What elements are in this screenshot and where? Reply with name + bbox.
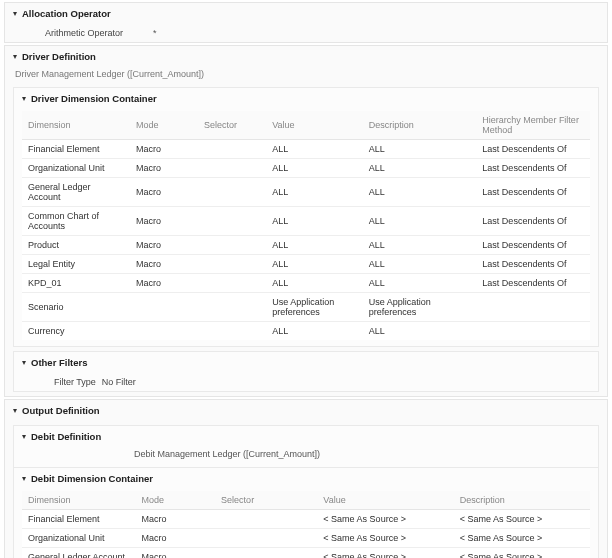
cell-hmfm: Last Descendents Of [476,274,590,293]
table-row[interactable]: General Ledger AccountMacro< Same As Sou… [22,548,590,559]
cell-dimension: Currency [22,322,130,341]
driver-dimension-container-header[interactable]: ▾ Driver Dimension Container [14,88,598,109]
debit-definition-subtext: Debit Management Ledger ([Current_Amount… [14,447,598,463]
cell-selector [198,140,266,159]
col-description[interactable]: Description [363,111,477,140]
chevron-down-icon: ▾ [22,94,26,103]
cell-hmfm: Last Descendents Of [476,178,590,207]
table-row[interactable]: ProductMacroALLALLLast Descendents Of [22,236,590,255]
driver-dimension-container: ▾ Driver Dimension Container Dimension M… [13,87,599,347]
cell-hmfm [476,293,590,322]
cell-value: ALL [266,236,363,255]
cell-dimension: Product [22,236,130,255]
cell-value: Use Application preferences [266,293,363,322]
table-row[interactable]: Organizational UnitMacroALLALLLast Desce… [22,159,590,178]
cell-selector [215,548,317,559]
cell-selector [198,159,266,178]
cell-selector [198,274,266,293]
allocation-operator-header[interactable]: ▾ Allocation Operator [5,3,607,24]
table-row[interactable]: ScenarioUse Application preferencesUse A… [22,293,590,322]
cell-value: ALL [266,255,363,274]
table-row[interactable]: Legal EntityMacroALLALLLast Descendents … [22,255,590,274]
col-selector[interactable]: Selector [215,491,317,510]
cell-dimension: Legal Entity [22,255,130,274]
debit-dimension-container: ▾ Debit Dimension Container Dimension Mo… [14,467,598,558]
cell-selector [198,207,266,236]
col-hmfm[interactable]: Hierarchy Member Filter Method [476,111,590,140]
filter-type-value: No Filter [102,377,136,387]
cell-value: < Same As Source > [317,510,453,529]
chevron-down-icon: ▾ [13,406,17,415]
cell-value: ALL [266,178,363,207]
cell-value: ALL [266,159,363,178]
cell-description: Use Application preferences [363,293,477,322]
other-filters-title: Other Filters [31,357,88,368]
cell-dimension: Common Chart of Accounts [22,207,130,236]
col-dimension[interactable]: Dimension [22,111,130,140]
cell-value: < Same As Source > [317,529,453,548]
cell-selector [198,293,266,322]
debit-dimension-table: Dimension Mode Selector Value Descriptio… [22,491,590,558]
cell-description: ALL [363,159,477,178]
col-mode[interactable]: Mode [136,491,216,510]
cell-description: ALL [363,274,477,293]
table-row[interactable]: CurrencyALLALL [22,322,590,341]
other-filters-row: Filter Type No Filter [14,373,598,391]
arithmetic-operator-label: Arithmetic Operator [45,28,123,38]
output-definition-section: ▾ Output Definition ▾ Debit Definition D… [4,399,608,558]
table-row[interactable]: Financial ElementMacroALLALLLast Descend… [22,140,590,159]
cell-selector [198,236,266,255]
debit-definition-header[interactable]: ▾ Debit Definition [14,426,598,447]
chevron-down-icon: ▾ [22,474,26,483]
cell-mode: Macro [130,274,198,293]
output-definition-title: Output Definition [22,405,100,416]
cell-value: < Same As Source > [317,548,453,559]
cell-mode: Macro [130,255,198,274]
cell-selector [198,178,266,207]
chevron-down-icon: ▾ [22,358,26,367]
cell-hmfm: Last Descendents Of [476,140,590,159]
debit-dimension-container-header[interactable]: ▾ Debit Dimension Container [14,468,598,489]
col-mode[interactable]: Mode [130,111,198,140]
cell-dimension: General Ledger Account [22,178,130,207]
col-description[interactable]: Description [454,491,590,510]
cell-mode: Macro [130,236,198,255]
table-row[interactable]: Financial ElementMacro< Same As Source >… [22,510,590,529]
cell-mode [130,293,198,322]
cell-mode: Macro [136,548,216,559]
cell-hmfm: Last Descendents Of [476,236,590,255]
cell-mode: Macro [136,510,216,529]
cell-dimension: Scenario [22,293,130,322]
cell-hmfm: Last Descendents Of [476,159,590,178]
col-value[interactable]: Value [266,111,363,140]
table-header-row: Dimension Mode Selector Value Descriptio… [22,111,590,140]
cell-mode: Macro [130,207,198,236]
allocation-operator-title: Allocation Operator [22,8,111,19]
col-value[interactable]: Value [317,491,453,510]
debit-definition-title: Debit Definition [31,431,101,442]
cell-selector [215,529,317,548]
output-definition-header[interactable]: ▾ Output Definition [5,400,607,421]
other-filters-header[interactable]: ▾ Other Filters [14,352,598,373]
cell-hmfm: Last Descendents Of [476,255,590,274]
col-selector[interactable]: Selector [198,111,266,140]
table-row[interactable]: General Ledger AccountMacroALLALLLast De… [22,178,590,207]
cell-mode [130,322,198,341]
cell-dimension: Organizational Unit [22,159,130,178]
cell-dimension: General Ledger Account [22,548,136,559]
chevron-down-icon: ▾ [22,432,26,441]
cell-mode: Macro [136,529,216,548]
table-row[interactable]: Organizational UnitMacro< Same As Source… [22,529,590,548]
cell-value: ALL [266,140,363,159]
cell-selector [215,510,317,529]
filter-type-label: Filter Type [54,377,96,387]
cell-selector [198,255,266,274]
driver-definition-header[interactable]: ▾ Driver Definition [5,46,607,67]
col-dimension[interactable]: Dimension [22,491,136,510]
table-row[interactable]: Common Chart of AccountsMacroALLALLLast … [22,207,590,236]
cell-dimension: Financial Element [22,510,136,529]
chevron-down-icon: ▾ [13,9,17,18]
driver-dimension-container-title: Driver Dimension Container [31,93,157,104]
driver-definition-subtext: Driver Management Ledger ([Current_Amoun… [5,67,607,83]
table-row[interactable]: KPD_01MacroALLALLLast Descendents Of [22,274,590,293]
